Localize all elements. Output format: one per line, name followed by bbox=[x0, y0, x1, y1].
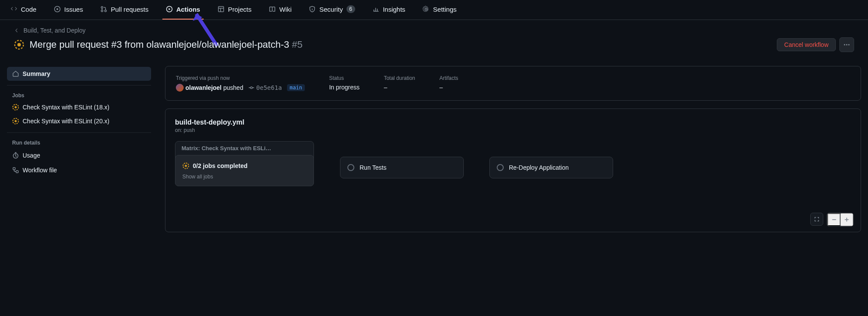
svg-point-21 bbox=[251, 87, 252, 89]
git-pull-request-icon bbox=[100, 6, 107, 13]
security-count-badge: 6 bbox=[347, 5, 355, 13]
sidebar-item-label: Summary bbox=[23, 70, 50, 77]
zoom-in-button[interactable] bbox=[840, 213, 853, 226]
fullscreen-button[interactable] bbox=[810, 213, 823, 226]
workflow-header: Build, Test, and Deploy Merge pull reque… bbox=[0, 20, 868, 59]
queued-icon bbox=[497, 164, 504, 171]
workflow-graph-panel: build-test-deploy.yml on: push Matrix: C… bbox=[165, 109, 861, 232]
status-value: In progress bbox=[329, 84, 360, 91]
in-progress-icon bbox=[182, 162, 189, 169]
sidebar-item-label: Check Syntax with ESLint (18.x) bbox=[23, 104, 109, 111]
cancel-workflow-button[interactable]: Cancel workflow bbox=[777, 38, 836, 51]
tab-label: Pull requests bbox=[111, 6, 149, 13]
svg-point-8 bbox=[425, 8, 427, 10]
commit-link[interactable]: 0e5e61a bbox=[248, 84, 282, 91]
tab-label: Insights bbox=[383, 6, 406, 13]
zoom-controls bbox=[810, 213, 854, 227]
svg-point-4 bbox=[105, 10, 106, 12]
svg-point-17 bbox=[15, 120, 17, 122]
tab-label: Security bbox=[319, 6, 343, 13]
stage-redeploy[interactable]: Re-Deploy Application bbox=[489, 157, 613, 178]
tab-label: Projects bbox=[228, 6, 251, 13]
tab-actions[interactable]: Actions bbox=[162, 0, 204, 20]
queued-icon bbox=[347, 164, 354, 171]
tab-security[interactable]: Security 6 bbox=[305, 0, 358, 20]
in-progress-icon bbox=[12, 104, 19, 111]
sidebar-item-label: Check Syntax with ESLint (20.x) bbox=[23, 118, 109, 125]
sidebar-job-2[interactable]: Check Syntax with ESLint (20.x) bbox=[7, 114, 151, 128]
matrix-header: Matrix: Check Syntax with ESLi… bbox=[175, 142, 280, 155]
status-label: Status bbox=[329, 75, 360, 81]
workflow-icon bbox=[12, 167, 19, 174]
duration-label: Total duration bbox=[384, 75, 415, 81]
svg-point-11 bbox=[844, 44, 845, 46]
book-icon bbox=[269, 6, 276, 13]
svg-rect-30 bbox=[832, 219, 836, 220]
author-link[interactable]: olawanlejoel bbox=[185, 84, 221, 91]
run-number: #5 bbox=[292, 39, 302, 50]
code-icon bbox=[10, 6, 17, 13]
pushed-text: pushed bbox=[223, 84, 243, 91]
triggered-label: Triggered via push now bbox=[176, 75, 305, 81]
in-progress-icon bbox=[14, 40, 24, 50]
graph-icon bbox=[373, 6, 380, 13]
matrix-status-text: 0/2 jobs completed bbox=[193, 162, 248, 169]
workflow-trigger: on: push bbox=[175, 127, 851, 133]
summary-card: Triggered via push now olawanlejoel push… bbox=[165, 66, 861, 101]
sidebar-item-label: Workflow file bbox=[23, 167, 57, 174]
stage-run-tests[interactable]: Run Tests bbox=[340, 157, 464, 178]
zoom-out-button[interactable] bbox=[827, 213, 840, 226]
gear-icon bbox=[422, 6, 429, 13]
workflow-file-name: build-test-deploy.yml bbox=[175, 118, 851, 126]
svg-point-10 bbox=[17, 43, 21, 46]
svg-point-7 bbox=[312, 8, 313, 9]
tab-issues[interactable]: Issues bbox=[50, 0, 86, 20]
tab-label: Code bbox=[21, 6, 36, 13]
duration-value: – bbox=[384, 84, 415, 91]
tab-wiki[interactable]: Wiki bbox=[265, 0, 295, 20]
plus-icon bbox=[844, 217, 850, 223]
sidebar: Summary Jobs Check Syntax with ESLint (1… bbox=[7, 66, 155, 232]
tab-code[interactable]: Code bbox=[7, 0, 40, 20]
tab-pull-requests[interactable]: Pull requests bbox=[97, 0, 152, 20]
minus-icon bbox=[831, 217, 837, 223]
matrix-node: Matrix: Check Syntax with ESLi… 0/2 jobs… bbox=[175, 141, 314, 186]
in-progress-icon bbox=[12, 118, 19, 125]
back-link-text: Build, Test, and Deploy bbox=[23, 27, 86, 34]
sidebar-job-1[interactable]: Check Syntax with ESLint (18.x) bbox=[7, 100, 151, 114]
issue-icon bbox=[54, 6, 61, 13]
kebab-icon bbox=[843, 41, 850, 48]
avatar[interactable] bbox=[176, 84, 184, 92]
show-all-jobs-link[interactable]: Show all jobs bbox=[182, 174, 307, 180]
svg-point-2 bbox=[101, 7, 103, 8]
tab-settings[interactable]: Settings bbox=[419, 0, 460, 20]
svg-point-12 bbox=[846, 44, 848, 46]
stage-label: Run Tests bbox=[360, 164, 386, 171]
shield-icon bbox=[309, 6, 316, 13]
graph-canvas[interactable]: Matrix: Check Syntax with ESLi… 0/2 jobs… bbox=[175, 141, 851, 211]
repo-nav: Code Issues Pull requests Actions Projec… bbox=[0, 0, 868, 20]
matrix-body[interactable]: 0/2 jobs completed Show all jobs bbox=[175, 155, 314, 186]
tab-insights[interactable]: Insights bbox=[369, 0, 409, 20]
sidebar-item-workflow-file[interactable]: Workflow file bbox=[7, 163, 151, 177]
svg-point-29 bbox=[185, 165, 187, 167]
svg-point-15 bbox=[15, 106, 17, 109]
run-title: Merge pull request #3 from olawanlejoel/… bbox=[30, 39, 303, 50]
back-link[interactable]: Build, Test, and Deploy bbox=[14, 27, 854, 34]
sidebar-item-usage[interactable]: Usage bbox=[7, 148, 151, 162]
tab-projects[interactable]: Projects bbox=[214, 0, 255, 20]
branch-chip[interactable]: main bbox=[287, 84, 305, 91]
tab-label: Issues bbox=[64, 6, 83, 13]
tab-label: Wiki bbox=[279, 6, 291, 13]
divider bbox=[7, 85, 151, 86]
git-commit-icon bbox=[248, 85, 254, 91]
sidebar-heading-run-details: Run details bbox=[7, 136, 151, 148]
sidebar-heading-jobs: Jobs bbox=[7, 89, 151, 100]
more-options-button[interactable] bbox=[839, 37, 854, 52]
home-icon bbox=[12, 70, 19, 77]
tab-label: Actions bbox=[176, 6, 200, 13]
play-icon bbox=[166, 6, 173, 13]
sidebar-item-summary[interactable]: Summary bbox=[7, 67, 151, 81]
svg-point-1 bbox=[56, 8, 58, 10]
svg-rect-19 bbox=[13, 168, 15, 170]
